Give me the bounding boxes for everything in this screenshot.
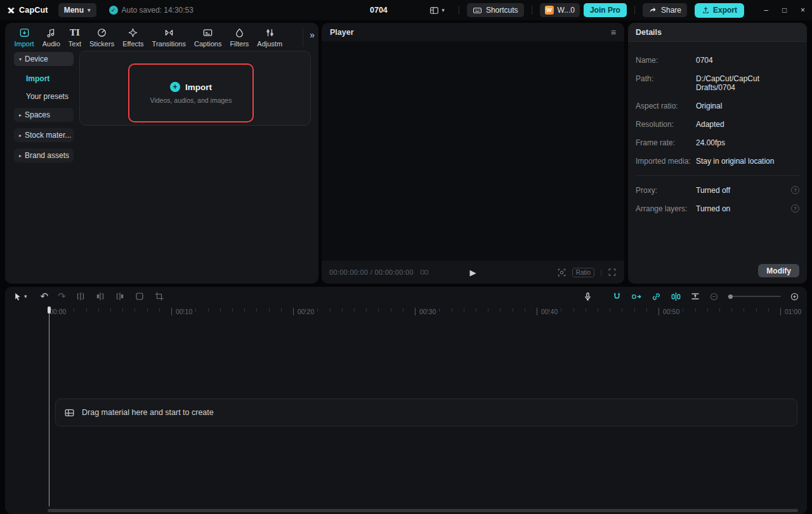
caret-right-icon: ▸	[19, 153, 22, 159]
caret-right-icon: ▸	[19, 133, 22, 138]
shortcuts-button[interactable]: Shortcuts	[467, 3, 524, 17]
auto-ripple-icon[interactable]	[631, 291, 642, 302]
stickers-icon	[96, 27, 107, 38]
timeline-drop-zone[interactable]: Drag material here and start to create	[55, 399, 797, 426]
tab-import[interactable]: Import	[10, 27, 38, 48]
media-sidebar: ▾ Device Import Your presets ▸ Spaces ▸ …	[14, 52, 74, 169]
capcut-logo: CapCut	[6, 6, 48, 15]
ruler-mark-5: 00:50	[658, 308, 679, 315]
menu-button[interactable]: Menu ▾	[58, 3, 96, 17]
audio-icon	[46, 27, 56, 38]
workspace-button[interactable]: W W...0	[540, 3, 580, 17]
divider	[636, 175, 799, 176]
effects-icon	[128, 27, 138, 38]
tab-text[interactable]: TI Text	[64, 27, 85, 48]
maximize-button[interactable]: □	[775, 0, 794, 20]
play-button[interactable]: ▶	[470, 268, 476, 277]
capcut-logo-icon	[6, 6, 16, 15]
caret-down-icon: ▾	[19, 56, 22, 62]
delete-button[interactable]	[134, 291, 145, 301]
details-title: Details	[636, 28, 662, 37]
split-button[interactable]	[75, 291, 86, 301]
plus-icon: +	[170, 82, 180, 92]
tab-captions[interactable]: Captions	[190, 27, 225, 48]
zoom-slider-knob[interactable]	[728, 294, 733, 299]
timeline-panel: ▾ ↶ ↷	[5, 287, 807, 514]
sidebar-item-spaces[interactable]: ▸ Spaces	[14, 108, 74, 122]
fullscreen-icon[interactable]	[608, 268, 617, 277]
tab-audio[interactable]: Audio	[38, 27, 64, 48]
fit-frame-icon[interactable]	[557, 268, 566, 277]
zoom-out-icon[interactable]	[709, 292, 719, 301]
ratio-button[interactable]: Ratio	[572, 268, 594, 277]
divider	[634, 6, 635, 15]
player-menu-icon[interactable]: ≡	[611, 27, 616, 37]
import-button[interactable]: + Import Videos, audios, and images	[150, 82, 232, 104]
import-button-label: Import	[185, 82, 212, 92]
zoom-slider[interactable]	[728, 296, 781, 297]
layout-icon	[429, 6, 439, 15]
time-display: 00:00:00:00 / 00:00:00:00	[329, 268, 414, 276]
media-tab-bar: Import Audio TI Text Stickers	[5, 23, 318, 51]
crop-button[interactable]	[154, 291, 164, 301]
timeline-tools-right	[583, 291, 799, 302]
media-track-icon	[64, 407, 75, 418]
detail-row-aspect-ratio: Aspect ratio: Original	[636, 102, 799, 110]
adjustment-icon	[265, 27, 275, 38]
main-track-magnetic-icon[interactable]	[612, 291, 622, 302]
info-icon[interactable]: ?	[791, 204, 799, 213]
record-voiceover-icon[interactable]	[583, 292, 593, 301]
share-icon	[648, 6, 657, 15]
text-icon: TI	[70, 27, 80, 38]
sidebar-item-stock-materials[interactable]: ▸ Stock mater...	[14, 128, 74, 142]
redo-button[interactable]: ↷	[58, 291, 66, 302]
more-tabs-icon[interactable]: »	[310, 30, 315, 40]
frames-icon[interactable]	[420, 268, 429, 277]
minimize-button[interactable]: –	[757, 0, 775, 20]
detail-row-frame-rate: Frame rate: 24.00fps	[636, 138, 799, 147]
filters-icon	[234, 27, 245, 38]
zoom-in-icon[interactable]	[790, 292, 799, 301]
ruler-mark-1: 00:10	[171, 308, 192, 315]
undo-button[interactable]: ↶	[41, 291, 49, 302]
playhead[interactable]	[49, 306, 49, 506]
tab-effects[interactable]: Effects	[119, 27, 148, 48]
modify-button[interactable]: Modify	[758, 264, 799, 277]
export-button[interactable]: Export	[695, 3, 744, 18]
info-icon[interactable]: ?	[791, 186, 799, 194]
captions-icon	[202, 27, 213, 38]
sidebar-item-brand-assets[interactable]: ▸ Brand assets	[14, 148, 74, 162]
track-height-icon[interactable]	[690, 291, 700, 301]
sidebar-item-import[interactable]: Import	[14, 72, 74, 85]
select-tool-button[interactable]: ▾	[13, 292, 27, 301]
share-button[interactable]: Share	[643, 3, 687, 17]
horizontal-scrollbar[interactable]	[48, 509, 798, 512]
detail-row-arrange-layers: Arrange layers: Turned on ?	[636, 204, 799, 213]
join-pro-button[interactable]: Join Pro	[584, 3, 627, 17]
detail-row-resolution: Resolution: Adapted	[636, 120, 799, 129]
media-panel: Import Audio TI Text Stickers	[5, 23, 318, 284]
ruler-mark-4: 00:40	[537, 308, 558, 315]
tab-adjustment[interactable]: Adjustm	[253, 27, 287, 48]
close-button[interactable]: ×	[794, 0, 812, 20]
layout-switcher-button[interactable]: ▾	[429, 6, 445, 15]
delete-left-button[interactable]	[95, 291, 105, 301]
linking-icon[interactable]	[651, 291, 662, 302]
detail-row-imported-media: Imported media: Stay in original locatio…	[636, 157, 799, 166]
sidebar-item-device[interactable]: ▾ Device	[14, 52, 74, 66]
timeline-ruler[interactable]: 00:00 00:10 00:20 00:30 00:40 00:50 01:0…	[5, 306, 807, 318]
caret-right-icon: ▸	[19, 112, 22, 118]
preview-axis-icon[interactable]	[671, 291, 681, 302]
titlebar-right: ▾ Shortcuts W W...0 Join Pro Share	[429, 0, 812, 20]
tab-stickers[interactable]: Stickers	[86, 27, 119, 48]
detail-row-proxy: Proxy: Turned off ?	[636, 186, 799, 195]
autosave-text: Auto saved: 14:30:53	[122, 6, 193, 15]
import-highlight-annotation: + Import Videos, audios, and images	[128, 63, 254, 122]
tab-transitions[interactable]: Transitions	[148, 27, 190, 48]
tab-filters[interactable]: Filters	[226, 27, 253, 48]
sidebar-item-your-presets[interactable]: Your presets	[14, 90, 74, 103]
divider	[532, 6, 532, 15]
timeline-toolbar: ▾ ↶ ↷	[5, 287, 807, 306]
delete-right-button[interactable]	[115, 291, 125, 301]
app-name: CapCut	[19, 6, 48, 15]
